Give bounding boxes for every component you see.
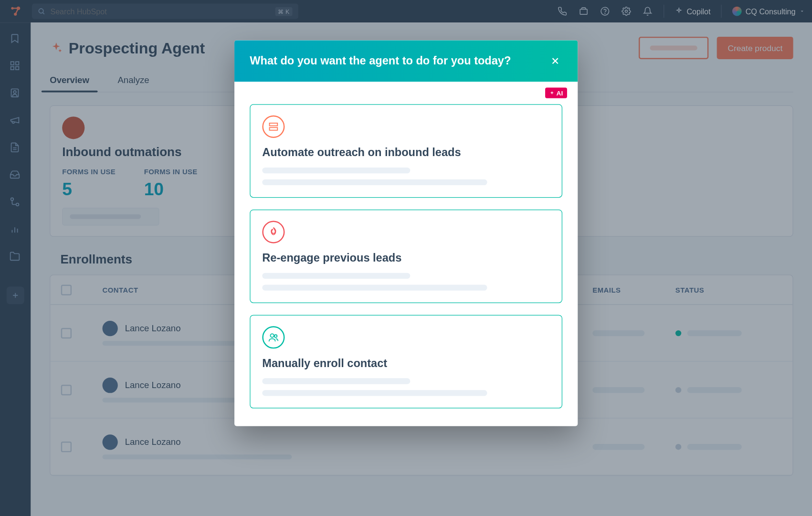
svg-point-28 (270, 334, 274, 337)
svg-rect-26 (270, 123, 278, 126)
option-reengage-leads[interactable]: Re-engage previous leads (250, 210, 562, 303)
agent-modal: What do you want the agent to do for you… (234, 40, 578, 426)
option-desc-placeholder (262, 390, 487, 396)
option-desc-placeholder (262, 378, 410, 384)
option-desc-placeholder (262, 168, 410, 173)
option-desc-placeholder (262, 273, 410, 279)
option-title: Manually enroll contact (262, 357, 550, 370)
option-desc-placeholder (262, 284, 487, 290)
option-enroll-contact[interactable]: Manually enroll contact (250, 315, 562, 409)
option-title: Automate outreach on inbound leads (262, 146, 550, 159)
users-icon (262, 326, 285, 348)
option-desc-placeholder (262, 179, 487, 185)
modal-title: What do you want the agent to do for you… (250, 54, 511, 67)
close-icon[interactable] (548, 54, 562, 68)
layout-icon (262, 116, 285, 138)
modal-header: What do you want the agent to do for you… (234, 40, 578, 82)
svg-point-29 (274, 335, 277, 337)
option-title: Re-engage previous leads (262, 252, 550, 264)
option-automate-outreach[interactable]: Automate outreach on inbound leads (250, 104, 562, 198)
flame-icon (262, 221, 285, 243)
ai-badge: AI (545, 88, 567, 98)
svg-rect-27 (270, 127, 278, 130)
